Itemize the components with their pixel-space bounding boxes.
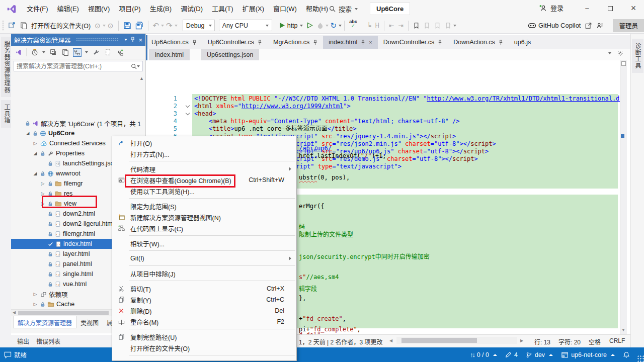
maximize-button[interactable] (600, 0, 621, 17)
document-tab-up6.js[interactable]: up6.js (509, 36, 536, 49)
code-fragment[interactable]: 辑字段 (299, 286, 317, 293)
toolbar-grip[interactable] (2, 20, 4, 31)
git-repo-selector[interactable]: up6-net-core (561, 351, 615, 358)
navigate-forward-icon[interactable]: ⊙ (106, 20, 116, 32)
pin-icon[interactable] (361, 40, 365, 45)
window-position-icon[interactable] (124, 39, 127, 41)
editor-horizontal-scrollbar[interactable] (396, 337, 517, 344)
panel-tab[interactable]: 输出 (17, 337, 29, 347)
clear-bookmarks-icon[interactable] (443, 20, 453, 32)
navigate-back-icon[interactable]: ⊙ (93, 20, 103, 32)
code-fragment[interactable]: json/security.encrypt中同时开启传输加密 (299, 253, 430, 261)
expanded-arrow-icon[interactable]: ◢ (32, 151, 38, 156)
code-line[interactable]: <html xmlns="http://www.w3.org/1999/xhtm… (194, 103, 351, 110)
github-copilot-button[interactable]: GitHub Copilot (526, 20, 583, 32)
menu-item[interactable]: 编辑(E) (53, 0, 84, 18)
side-tab[interactable]: 诊断工具 (632, 39, 643, 73)
notifications-bell-icon[interactable] (623, 351, 630, 358)
document-tab-downaction.cs[interactable]: DownAction.cs (448, 36, 509, 49)
code-line[interactable]: <title>up6 .net core-多标签演示页面</title> (194, 125, 356, 133)
document-tab-downcontroller.cs[interactable]: DownController.cs (378, 36, 448, 49)
pending-documents-icon[interactable] (61, 48, 69, 57)
pin-icon[interactable] (313, 40, 317, 45)
menu-item[interactable]: 生成(B) (145, 0, 176, 18)
expanded-arrow-icon[interactable]: ◢ (32, 171, 38, 176)
git-branch-selector[interactable]: dev (526, 351, 553, 358)
pending-changes-filter-icon[interactable] (30, 48, 39, 57)
save-all-icon[interactable] (133, 20, 145, 32)
panel-tab[interactable]: 错误列表 (36, 337, 60, 347)
context-menu-item--(o)[interactable]: 打开所在的文件夹(O) (112, 342, 296, 353)
document-tab-mgraction.cs[interactable]: MgrAction.cs (268, 36, 323, 49)
eol-indicator[interactable]: CRLF (609, 337, 625, 344)
menu-item[interactable]: 文件(F) (22, 0, 53, 18)
code-fragment[interactable]: 限制上传的文件类型 (299, 231, 353, 239)
code-fragment[interactable]: s"//aes,sm4 (299, 274, 339, 281)
pin-icon[interactable] (258, 40, 262, 45)
sign-in-button[interactable]: 登录 (539, 3, 564, 13)
document-tab-index.html[interactable]: index.html× (323, 36, 377, 49)
context-menu-item--(google-chrome)(b)[interactable]: 在浏览器中查看(Google Chrome)(B)Ctrl+Shift+W (112, 174, 296, 186)
solution-search-input[interactable] (17, 63, 131, 70)
hot-reload-icon[interactable] (315, 20, 326, 32)
navigate-window-icon[interactable] (6, 20, 18, 32)
context-menu-item--(d)[interactable]: 删除(D)Del (112, 305, 296, 316)
scroll-down-icon[interactable]: ▼ (621, 328, 625, 332)
code-fragment[interactable]: erMgr({ (299, 203, 325, 210)
search-icon[interactable] (131, 63, 137, 69)
expanded-arrow-icon[interactable]: ◢ (25, 131, 31, 136)
properties-wrench-icon[interactable] (92, 48, 100, 57)
start-without-debug-icon[interactable] (305, 20, 315, 32)
collapsed-arrow-icon[interactable]: ▷ (32, 141, 38, 146)
feedback-button[interactable]: 就绪 (4, 350, 27, 359)
platform-dropdown[interactable]: Any CPU (219, 20, 272, 31)
collapsed-arrow-icon[interactable]: ▷ (40, 181, 46, 186)
start-debug-button[interactable]: http (277, 20, 305, 32)
context-menu-item-git(i)[interactable]: Git(I) (112, 253, 296, 264)
close-button[interactable]: × (623, 0, 644, 17)
configuration-dropdown[interactable]: Debug (183, 20, 215, 31)
switch-views-icon[interactable] (14, 48, 23, 57)
codelens-git-info[interactable]: 1，2 天前 | 2 名作者，3 项更改 (299, 337, 382, 346)
pin-icon[interactable] (438, 40, 442, 45)
tree-item--up6core-1-1[interactable]: 解决方案 'Up6Core' (1 个项目，共 1 (11, 118, 146, 128)
code-line[interactable]: <head> (194, 110, 216, 118)
context-menu-item--(m)[interactable]: 重命名(M)F2 (112, 316, 296, 327)
restart-icon[interactable]: ↻ (329, 20, 339, 32)
pin-icon[interactable] (499, 40, 503, 45)
document-tab[interactable]: Up6settings.json (201, 49, 259, 60)
next-bookmark-icon[interactable] (432, 20, 443, 32)
close-icon[interactable]: × (138, 36, 142, 44)
menu-item[interactable]: 窗口(W) (269, 0, 301, 18)
context-menu-item--(j)[interactable]: 从项目中排除(J) (112, 268, 296, 279)
resize-grip[interactable] (637, 355, 644, 362)
code-line[interactable]: <!DOCTYPE html PUBLIC "-//W3C//DTD XHTML… (194, 95, 620, 103)
pin-icon[interactable] (192, 40, 197, 45)
pending-edits-indicator[interactable]: 4 (505, 351, 518, 358)
context-menu-item--[interactable]: 代码清理 (112, 163, 296, 174)
fold-chevron-icon[interactable] (185, 104, 190, 109)
share-icon[interactable] (583, 20, 594, 32)
code-fragment[interactable]: ubstr(0, pos), (299, 174, 350, 182)
show-all-files-icon[interactable] (104, 48, 112, 57)
solution-explorer-header[interactable]: 解决方案资源管理器 × (11, 34, 145, 46)
scroll-left-icon[interactable]: ◀ (13, 310, 16, 315)
drag-handle[interactable] (76, 38, 120, 42)
collapsed-arrow-icon[interactable]: ▷ (32, 292, 38, 297)
context-menu-item--(c)[interactable]: 在代码图上显示(C) (112, 223, 296, 234)
tool-window-tab[interactable]: 解决方案资源管理器 (13, 316, 76, 328)
collapsed-arrow-icon[interactable]: ▷ (32, 302, 38, 307)
add-item-icon[interactable] (116, 48, 124, 57)
feedback-person-icon[interactable] (594, 20, 606, 32)
search-box[interactable]: 搜索 (326, 3, 361, 15)
decrease-indent-icon[interactable]: ⇤ (387, 20, 396, 32)
open-containing-folder-button[interactable]: 打开所在的文件夹(O) (29, 20, 93, 32)
save-icon[interactable] (121, 20, 133, 32)
code-fragment[interactable]: 码 (299, 223, 305, 231)
bookmark-icon[interactable] (411, 20, 422, 32)
code-fragment[interactable]: }, (299, 295, 306, 302)
column-indicator[interactable]: 字符: 20 (558, 337, 581, 346)
code-fragment[interactable]: /api/up6/ (299, 145, 332, 152)
context-menu-item--(y)[interactable]: 复制(Y)Ctrl+C (112, 294, 296, 305)
context-menu-item--(w)-[interactable]: 相较于(W)... (112, 238, 296, 249)
